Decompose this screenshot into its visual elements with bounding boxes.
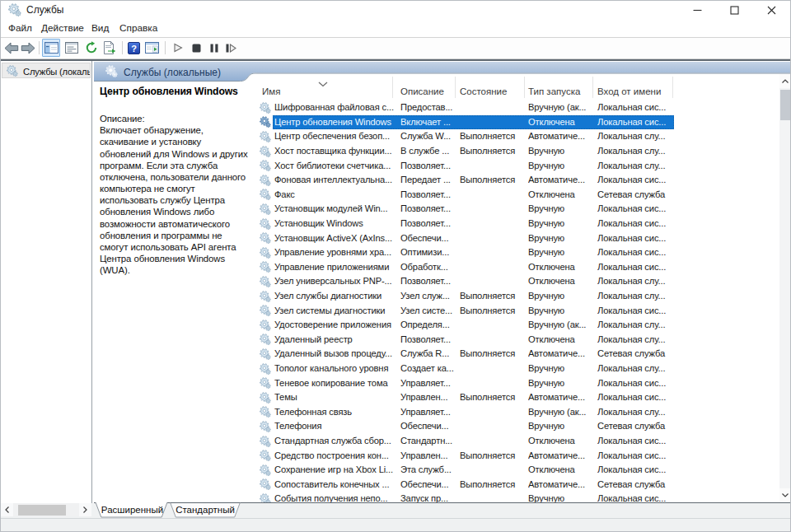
service-logon-cell: Локальная сис... bbox=[597, 493, 673, 502]
table-row[interactable]: Удаленный реестрПозволяет...ОтключенаЛок… bbox=[252, 333, 779, 348]
table-row[interactable]: Центр обновления WindowsВключает ...Откл… bbox=[252, 115, 779, 130]
export-list-button[interactable] bbox=[101, 40, 118, 56]
table-row[interactable]: Узел универсальных PNP-...Позволяет...От… bbox=[252, 274, 779, 289]
service-logon-cell: Сетевая служба bbox=[597, 189, 673, 199]
table-row[interactable]: Сохранение игр на Xbox Li...Эта служб...… bbox=[252, 463, 779, 478]
column-separator[interactable] bbox=[524, 77, 525, 98]
service-logon-cell: Сетевая служба bbox=[597, 479, 673, 489]
sort-descending-icon bbox=[318, 82, 328, 87]
service-status-cell: Выполняется bbox=[460, 450, 522, 460]
table-row[interactable]: ТемыУправлен...ВыполняетсяАвтоматиче...Л… bbox=[252, 390, 779, 405]
window-title: Службы bbox=[26, 4, 63, 16]
stop-service-button[interactable] bbox=[188, 40, 204, 56]
table-row[interactable]: События получения непо...Запуск пр...Вру… bbox=[252, 492, 779, 502]
scrollbar-thumb[interactable] bbox=[18, 505, 66, 516]
tab-standard[interactable]: Стандартный bbox=[171, 505, 240, 515]
service-name: Теневое копирование тома bbox=[274, 378, 395, 388]
service-startup-type-cell: Вручную bbox=[528, 306, 591, 315]
column-separator[interactable] bbox=[392, 77, 393, 98]
refresh-button[interactable] bbox=[83, 40, 100, 56]
start-service-button[interactable] bbox=[170, 40, 186, 56]
tree-horizontal-scrollbar[interactable] bbox=[1, 503, 91, 516]
service-logon-cell: Локальная сис... bbox=[597, 203, 673, 213]
table-row[interactable]: Управление уровнями хра...Оптимизи...Вру… bbox=[252, 245, 779, 260]
menu-view[interactable]: Вид bbox=[91, 22, 109, 34]
service-logon-cell: Локальная слу... bbox=[597, 161, 673, 170]
scrollbar-thumb[interactable] bbox=[780, 90, 790, 120]
minimize-button[interactable] bbox=[679, 1, 716, 19]
service-status-cell: Выполняется bbox=[460, 479, 522, 489]
vertical-scrollbar[interactable] bbox=[779, 74, 791, 502]
table-row[interactable]: Фоновая интеллектуальна...Передает ...Вы… bbox=[252, 173, 779, 188]
column-separator[interactable] bbox=[592, 77, 593, 98]
tab-extended[interactable]: Расширенный bbox=[97, 505, 167, 515]
help-button[interactable]: ? bbox=[125, 40, 142, 56]
menu-file[interactable]: Файл bbox=[8, 22, 32, 34]
table-row[interactable]: Хост библиотеки счетчика...Позволяет...В… bbox=[252, 158, 779, 173]
service-logon-cell: Локальная сис... bbox=[597, 102, 673, 112]
close-button[interactable] bbox=[753, 1, 790, 19]
service-gear-icon bbox=[260, 377, 271, 389]
tree-node-services-local[interactable]: Службы (локальные) bbox=[2, 63, 91, 78]
services-gear-icon bbox=[8, 3, 21, 16]
service-gear-icon bbox=[260, 348, 271, 360]
table-row[interactable]: Установщик ActiveX (AxIns...Обеспечи...В… bbox=[252, 231, 779, 245]
table-row[interactable]: Узел системы диагностикиУзел систе...Вып… bbox=[252, 303, 779, 318]
service-startup-type-cell: Отключена bbox=[528, 262, 591, 272]
table-row[interactable]: Узел службы диагностикиУзел служ...Выпол… bbox=[252, 289, 779, 304]
table-row[interactable]: Теневое копирование томаУправляет...Вруч… bbox=[252, 376, 779, 390]
properties-icon bbox=[65, 42, 78, 54]
column-header-status[interactable]: Состояние bbox=[460, 86, 507, 99]
pane-splitter[interactable] bbox=[91, 61, 92, 503]
service-description-cell: Обработк... bbox=[400, 262, 455, 272]
column-header-description[interactable]: Описание bbox=[400, 86, 444, 99]
column-separator[interactable] bbox=[455, 77, 456, 98]
show-console-tree-button[interactable] bbox=[42, 39, 60, 57]
service-startup-type-cell: Вручную (ак... bbox=[528, 407, 591, 417]
column-header-logon-as[interactable]: Вход от имени bbox=[597, 86, 661, 99]
maximize-button[interactable] bbox=[716, 1, 753, 19]
scroll-right-button[interactable] bbox=[79, 503, 91, 516]
table-row[interactable]: Удостоверение приложенияОпределя...Вручн… bbox=[252, 318, 779, 333]
table-row[interactable]: Средство построения кон...Управлен...Вып… bbox=[252, 448, 779, 463]
table-row[interactable]: Хост поставщика функции...В службе ...Вы… bbox=[252, 144, 779, 159]
table-row[interactable]: Сопоставитель конечных ...Обеспечи...Вып… bbox=[252, 478, 779, 492]
column-separator[interactable] bbox=[672, 77, 673, 98]
restart-service-button[interactable] bbox=[222, 40, 239, 56]
table-row[interactable]: Тополог канального уровняСоздает ка...Вр… bbox=[252, 362, 779, 376]
show-action-pane-button[interactable] bbox=[143, 40, 160, 56]
service-description-cell: Передает ... bbox=[400, 175, 455, 184]
table-row[interactable]: ТелефонияОбеспечи...ВручнуюСетевая служб… bbox=[252, 419, 779, 434]
service-startup-type-cell: Отключена bbox=[528, 464, 591, 474]
forward-button[interactable] bbox=[20, 40, 36, 56]
table-row[interactable]: Управление приложениямиОбработк...Отключ… bbox=[252, 260, 779, 275]
service-logon-cell: Локальная сис... bbox=[597, 175, 673, 184]
table-row[interactable]: ФаксПозволяет...ОтключенаСетевая служба bbox=[252, 188, 779, 203]
table-row[interactable]: Стандартная служба сбор...Стандартн...От… bbox=[252, 434, 779, 449]
table-row[interactable]: Телефонная связьУправляет...Вручную (ак.… bbox=[252, 405, 779, 420]
properties-button[interactable] bbox=[63, 40, 80, 56]
column-header-name[interactable]: Имя bbox=[262, 86, 280, 99]
console-tree-pane: Службы (локальные) bbox=[1, 61, 91, 503]
table-row[interactable]: Установщик WindowsПозволяет...ВручнуюЛок… bbox=[252, 217, 779, 231]
scroll-left-button[interactable] bbox=[1, 503, 13, 516]
column-header-startup-type[interactable]: Тип запуска bbox=[528, 86, 580, 99]
menu-action[interactable]: Действие bbox=[41, 22, 84, 34]
menu-help[interactable]: Справка bbox=[119, 22, 157, 34]
result-pane: Центр обновления Windows Описание: Включ… bbox=[94, 61, 791, 503]
service-gear-icon bbox=[260, 493, 271, 502]
service-startup-type-cell: Автоматиче... bbox=[528, 479, 591, 489]
tree-node-label: Службы (локальные) bbox=[23, 67, 91, 77]
toolbar-separator bbox=[165, 41, 166, 54]
service-gear-icon bbox=[260, 189, 271, 200]
pause-service-button[interactable] bbox=[206, 40, 222, 56]
service-name: Стандартная служба сбор... bbox=[274, 436, 395, 446]
scroll-down-button[interactable] bbox=[779, 488, 791, 502]
scroll-up-button[interactable] bbox=[779, 74, 791, 88]
back-button[interactable] bbox=[3, 40, 20, 56]
table-row[interactable]: Установщик модулей Win...Позволяет...Вру… bbox=[252, 202, 779, 217]
service-gear-icon bbox=[260, 305, 271, 316]
table-row[interactable]: Центр обеспечения безоп...Служба W...Вып… bbox=[252, 129, 779, 144]
table-row[interactable]: Шифрованная файловая с...Предостав...Вру… bbox=[252, 100, 779, 115]
table-row[interactable]: Удаленный вызов процеду...Служба R...Вып… bbox=[252, 347, 779, 362]
